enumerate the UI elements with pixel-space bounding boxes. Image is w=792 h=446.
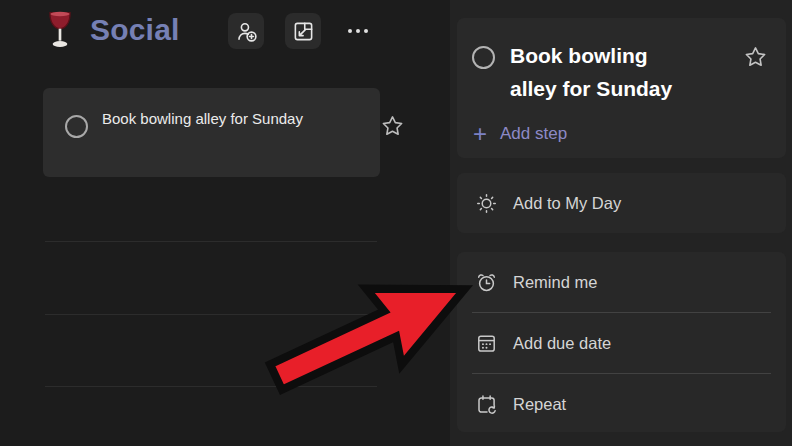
plus-icon: +	[473, 122, 487, 146]
detail-task-card: Book bowling alley for Sunday + Add step	[457, 18, 786, 158]
wine-glass-icon	[44, 10, 76, 50]
calendar-icon	[474, 331, 499, 356]
repeat-button[interactable]: Repeat	[457, 374, 786, 434]
share-list-button[interactable]	[228, 13, 264, 49]
popout-window-icon	[291, 19, 316, 44]
action-label: Add due date	[513, 334, 611, 353]
detail-star-button[interactable]	[744, 46, 767, 69]
task-title: Book bowling alley for Sunday	[102, 105, 312, 132]
more-options-button[interactable]	[340, 13, 376, 49]
list-header: Social	[0, 0, 450, 64]
list-title: Social	[90, 13, 180, 47]
action-label: Remind me	[513, 273, 597, 292]
list-view-panel: Social Bo	[0, 0, 450, 446]
task-checkbox[interactable]	[65, 115, 88, 138]
sun-icon	[474, 191, 499, 216]
star-icon	[744, 46, 767, 69]
add-step-label: Add step	[500, 124, 567, 144]
alarm-clock-icon	[474, 270, 499, 295]
remind-me-button[interactable]: Remind me	[457, 252, 786, 312]
ellipsis-icon	[348, 29, 352, 33]
app-window: Social Bo	[0, 0, 792, 446]
repeat-icon	[474, 392, 499, 417]
star-button[interactable]	[381, 115, 404, 138]
popout-button[interactable]	[285, 13, 321, 49]
star-icon	[381, 115, 404, 138]
add-step-button[interactable]: + Add step	[473, 120, 567, 148]
add-to-my-day-card: Add to My Day	[457, 173, 786, 233]
scheduling-card: Remind me Add due date	[457, 252, 786, 432]
list-divider	[45, 314, 377, 315]
detail-task-checkbox[interactable]	[472, 46, 495, 69]
add-to-my-day-button[interactable]: Add to My Day	[457, 173, 786, 233]
list-divider	[45, 386, 377, 387]
detail-task-title: Book bowling alley for Sunday	[510, 39, 700, 105]
list-divider	[45, 241, 377, 242]
action-label: Add to My Day	[513, 194, 621, 213]
add-due-date-button[interactable]: Add due date	[457, 313, 786, 373]
action-label: Repeat	[513, 395, 566, 414]
person-add-icon	[234, 19, 259, 44]
task-detail-panel: Book bowling alley for Sunday + Add step…	[450, 0, 792, 446]
task-list-item[interactable]: Book bowling alley for Sunday	[43, 88, 380, 177]
